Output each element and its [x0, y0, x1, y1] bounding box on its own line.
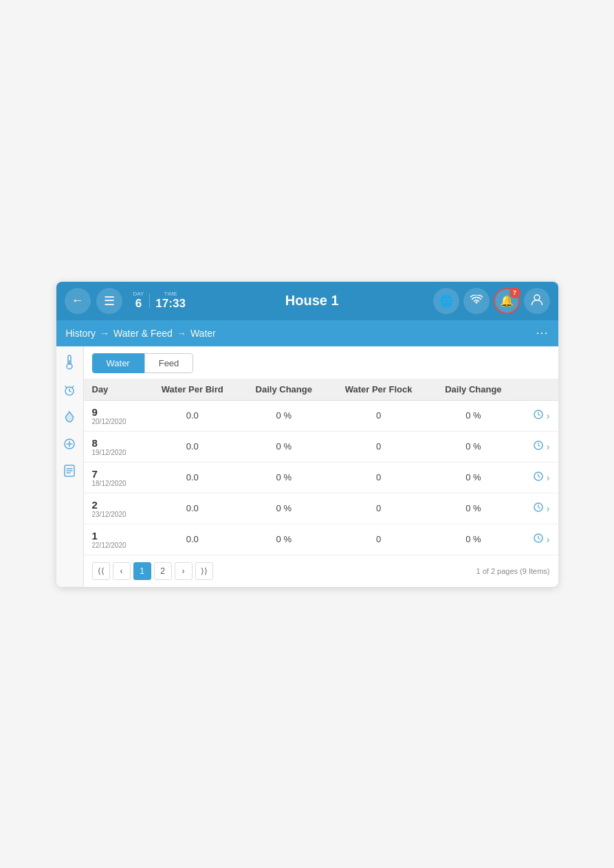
- water-icon[interactable]: [65, 411, 74, 427]
- more-options-button[interactable]: ···: [536, 326, 548, 340]
- day-date-3: 23/12/2020: [92, 511, 127, 518]
- row-history-icon-4[interactable]: [533, 533, 544, 546]
- row-history-icon-0[interactable]: [533, 409, 544, 422]
- cell-water-bird-0: 0.0: [145, 400, 240, 431]
- cell-actions-3: ›: [518, 493, 558, 524]
- cell-daily2-2: 0 %: [429, 462, 518, 493]
- cell-daily2-0: 0 %: [429, 400, 518, 431]
- notification-badge: 7: [509, 287, 520, 298]
- cell-daily2-3: 0 %: [429, 493, 518, 524]
- row-detail-icon-4[interactable]: ›: [547, 534, 550, 545]
- globe-button[interactable]: 🌐: [433, 288, 459, 314]
- back-button[interactable]: ←: [65, 288, 91, 314]
- alert-button[interactable]: 🔔 7: [494, 288, 520, 314]
- tab-water[interactable]: Water: [92, 353, 144, 373]
- feed-icon[interactable]: [63, 438, 76, 454]
- breadcrumb-arrow-1: →: [100, 328, 109, 339]
- breadcrumb-water-feed[interactable]: Water & Feed: [113, 328, 173, 339]
- cell-water-bird-1: 0.0: [145, 431, 240, 462]
- table-header-row: Day Water Per Bird Daily Change Water Pe…: [84, 379, 558, 401]
- cell-water-bird-4: 0.0: [145, 524, 240, 555]
- page-wrapper: manualshive.com 💧 ← ☰ DAY 6 TIME 17:33 H…: [0, 0, 614, 868]
- table-row: 2 23/12/2020 0.0 0 % 0 0 % ›: [84, 493, 558, 524]
- report-icon[interactable]: [64, 465, 75, 480]
- tabs: Water Feed: [84, 346, 558, 373]
- col-actions: [518, 379, 558, 401]
- day-date-0: 20/12/2020: [92, 418, 127, 425]
- cell-actions-4: ›: [518, 524, 558, 555]
- cell-daily1-4: 0 %: [240, 524, 329, 555]
- day-number-3: 2: [92, 499, 98, 511]
- cell-daily2-1: 0 %: [429, 431, 518, 462]
- menu-button[interactable]: ☰: [96, 288, 122, 314]
- temperature-icon[interactable]: [65, 355, 74, 373]
- cell-water-flock-3: 0: [328, 493, 429, 524]
- col-water-per-bird: Water Per Bird: [145, 379, 240, 401]
- table-body: 9 20/12/2020 0.0 0 % 0 0 % ›: [84, 400, 558, 555]
- page-2-button[interactable]: 2: [154, 562, 172, 580]
- day-number-0: 9: [92, 406, 98, 418]
- row-detail-icon-0[interactable]: ›: [547, 410, 550, 421]
- day-date-1: 19/12/2020: [92, 449, 127, 456]
- content-area: Water Feed Day Water Per Bird Daily Chan…: [56, 346, 558, 587]
- cell-water-bird-2: 0.0: [145, 462, 240, 493]
- table-row: 1 22/12/2020 0.0 0 % 0 0 % ›: [84, 524, 558, 555]
- page-first-button[interactable]: ⟨⟨: [92, 562, 110, 580]
- day-date-2: 18/12/2020: [92, 480, 127, 487]
- cell-water-bird-3: 0.0: [145, 493, 240, 524]
- time-label: TIME: [164, 291, 177, 297]
- page-last-button[interactable]: ⟩⟩: [195, 562, 213, 580]
- sidebar-icons: [56, 346, 84, 587]
- row-detail-icon-2[interactable]: ›: [547, 472, 550, 483]
- tab-feed[interactable]: Feed: [144, 353, 194, 373]
- page-next-button[interactable]: ›: [175, 562, 193, 580]
- day-number-4: 1: [92, 530, 98, 542]
- breadcrumb-water[interactable]: Water: [190, 328, 216, 339]
- cell-day-1: 8 19/12/2020: [84, 431, 145, 462]
- day-time-display: DAY 6 TIME 17:33: [128, 291, 191, 311]
- row-history-icon-2[interactable]: [533, 471, 544, 484]
- cell-water-flock-2: 0: [328, 462, 429, 493]
- day-date-4: 22/12/2020: [92, 542, 127, 549]
- pagination-info: 1 of 2 pages (9 Items): [476, 567, 550, 575]
- cell-daily1-2: 0 %: [240, 462, 329, 493]
- cell-actions-2: ›: [518, 462, 558, 493]
- cell-day-0: 9 20/12/2020: [84, 400, 145, 431]
- cell-day-3: 2 23/12/2020: [84, 493, 145, 524]
- app-container: ← ☰ DAY 6 TIME 17:33 House 1 🌐: [56, 282, 558, 587]
- cell-actions-0: ›: [518, 400, 558, 431]
- breadcrumb: History → Water & Feed → Water ···: [56, 320, 558, 346]
- user-button[interactable]: [524, 288, 550, 314]
- header: ← ☰ DAY 6 TIME 17:33 House 1 🌐: [56, 282, 558, 320]
- time-block: TIME 17:33: [150, 291, 190, 311]
- table-row: 9 20/12/2020 0.0 0 % 0 0 % ›: [84, 400, 558, 431]
- day-number-2: 7: [92, 468, 98, 480]
- row-detail-icon-1[interactable]: ›: [547, 441, 550, 452]
- row-detail-icon-3[interactable]: ›: [547, 503, 550, 514]
- time-value: 17:33: [155, 297, 185, 311]
- cell-daily1-1: 0 %: [240, 431, 329, 462]
- row-history-icon-3[interactable]: [533, 502, 544, 515]
- data-table: Day Water Per Bird Daily Change Water Pe…: [84, 379, 558, 555]
- col-daily-change-1: Daily Change: [240, 379, 329, 401]
- page-prev-button[interactable]: ‹: [113, 562, 131, 580]
- cell-actions-1: ›: [518, 431, 558, 462]
- col-daily-change-2: Daily Change: [429, 379, 518, 401]
- house-title: House 1: [197, 293, 428, 309]
- breadcrumb-history[interactable]: History: [66, 328, 96, 339]
- wifi-button[interactable]: [463, 288, 490, 314]
- row-history-icon-1[interactable]: [533, 440, 544, 453]
- cell-day-4: 1 22/12/2020: [84, 524, 145, 555]
- globe-icon: 🌐: [439, 294, 453, 307]
- alarm-icon[interactable]: [63, 384, 76, 400]
- cell-daily2-4: 0 %: [429, 524, 518, 555]
- col-water-per-flock: Water Per Flock: [328, 379, 429, 401]
- cell-daily1-0: 0 %: [240, 400, 329, 431]
- pagination: ⟨⟨ ‹ 1 2 › ⟩⟩ 1 of 2 pages (9 Items): [84, 555, 558, 587]
- page-1-button[interactable]: 1: [133, 562, 151, 580]
- day-value: 6: [135, 297, 142, 311]
- table-row: 8 19/12/2020 0.0 0 % 0 0 % ›: [84, 431, 558, 462]
- day-label: DAY: [133, 291, 144, 297]
- breadcrumb-arrow-2: →: [177, 328, 186, 339]
- cell-daily1-3: 0 %: [240, 493, 329, 524]
